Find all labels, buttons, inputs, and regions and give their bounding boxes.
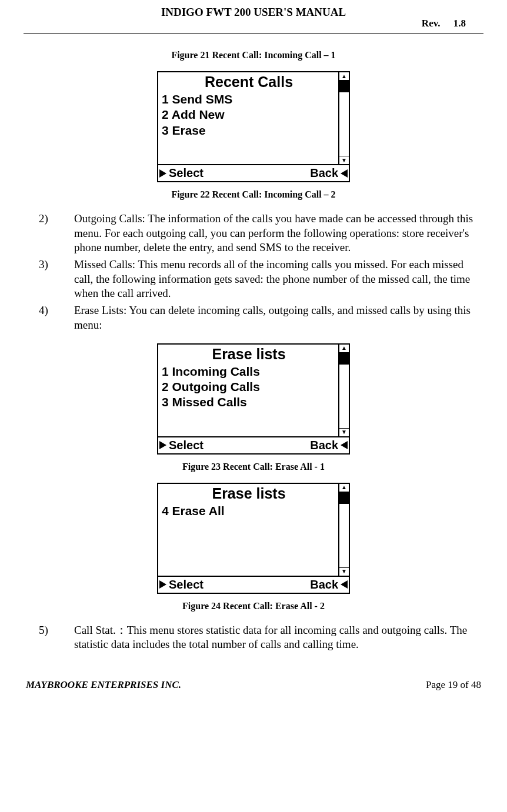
scroll-track[interactable] (339, 81, 349, 156)
scroll-thumb[interactable] (339, 492, 349, 504)
list-item: 5)Call Stat.：This menu stores statistic … (56, 623, 483, 652)
scroll-thumb[interactable] (339, 81, 349, 92)
menu-item[interactable]: 3 Missed Calls (162, 395, 336, 410)
scroll-up-icon[interactable]: ▲ (339, 345, 349, 353)
scroll-track[interactable] (339, 492, 349, 567)
footer-page: Page 19 of 48 (426, 679, 481, 691)
list-item: 3)Missed Calls: This menu records all of… (56, 258, 483, 301)
softkey-select[interactable]: Select (159, 439, 204, 452)
rev-label: Rev. (422, 18, 441, 29)
triangle-left-icon (341, 441, 348, 449)
page-footer: MAYBROOKE ENTERPRISES INC. Page 19 of 48 (24, 679, 483, 691)
triangle-left-icon (341, 169, 348, 178)
softkey-bar: Select Back (158, 164, 349, 181)
menu-item[interactable]: 1 Incoming Calls (162, 364, 336, 379)
body-list-a: 2)Outgoing Calls: The information of the… (24, 212, 483, 333)
list-num: 5) (56, 623, 74, 638)
triangle-left-icon (341, 580, 348, 589)
softkey-select[interactable]: Select (159, 166, 204, 180)
softkey-bar: Select Back (158, 576, 349, 593)
scroll-down-icon[interactable]: ▼ (339, 428, 349, 436)
softkey-select-label: Select (169, 578, 204, 592)
list-text: Missed Calls: This menu records all of t… (74, 258, 470, 299)
phone-screen-erase-lists-1: Erase lists 1 Incoming Calls 2 Outgoing … (157, 343, 350, 455)
softkey-bar: Select Back (158, 436, 349, 453)
scroll-up-icon[interactable]: ▲ (339, 484, 349, 492)
header-rule (24, 33, 483, 34)
softkey-back[interactable]: Back (310, 439, 348, 452)
list-num: 3) (56, 258, 74, 272)
phone-screen-recent-calls: Recent Calls 1 Send SMS 2 Add New 3 Eras… (157, 71, 350, 182)
scroll-track[interactable] (339, 353, 349, 428)
softkey-select-label: Select (169, 166, 204, 180)
phone-screen-erase-lists-2: Erase lists 4 Erase All ▲ ▼ Select Back (157, 483, 350, 594)
list-text: Call Stat.：This menu stores statistic da… (74, 624, 467, 651)
phone-main: Recent Calls 1 Send SMS 2 Add New 3 Eras… (158, 72, 349, 164)
revision-line: Rev. 1.8 (24, 18, 483, 29)
softkey-back[interactable]: Back (310, 578, 348, 592)
scroll-thumb[interactable] (339, 353, 349, 365)
screen-title: Recent Calls (162, 73, 336, 91)
list-num: 4) (56, 303, 74, 318)
scrollbar[interactable]: ▲ ▼ (338, 72, 349, 164)
list-text: Outgoing Calls: The information of the c… (74, 212, 473, 253)
phone-main: Erase lists 4 Erase All ▲ ▼ (158, 484, 349, 576)
scroll-down-icon[interactable]: ▼ (339, 567, 349, 576)
menu-item[interactable]: 2 Add New (162, 107, 336, 122)
figure-21-caption: Figure 21 Recent Call: Incoming Call – 1 (24, 50, 483, 61)
softkey-back-label: Back (310, 439, 338, 452)
scroll-up-icon[interactable]: ▲ (339, 72, 349, 81)
softkey-select[interactable]: Select (159, 578, 204, 592)
figure-22-caption: Figure 22 Recent Call: Incoming Call – 2 (24, 189, 483, 200)
list-num: 2) (56, 212, 74, 226)
triangle-right-icon (159, 441, 166, 449)
scrollbar[interactable]: ▲ ▼ (338, 484, 349, 576)
phone-content: Erase lists 4 Erase All (158, 484, 338, 576)
triangle-right-icon (159, 169, 166, 178)
phone-main: Erase lists 1 Incoming Calls 2 Outgoing … (158, 345, 349, 436)
phone-content: Erase lists 1 Incoming Calls 2 Outgoing … (158, 345, 338, 436)
menu-item[interactable]: 4 Erase All (162, 503, 336, 519)
rev-value: 1.8 (453, 18, 466, 29)
triangle-right-icon (159, 580, 166, 589)
softkey-back-label: Back (310, 166, 338, 180)
menu-item[interactable]: 3 Erase (162, 123, 336, 138)
softkey-back[interactable]: Back (310, 166, 348, 180)
scrollbar[interactable]: ▲ ▼ (338, 345, 349, 436)
body-list-b: 5)Call Stat.：This menu stores statistic … (24, 623, 483, 652)
softkey-select-label: Select (169, 439, 204, 452)
menu-item[interactable]: 2 Outgoing Calls (162, 379, 336, 395)
list-item: 4)Erase Lists: You can delete incoming c… (56, 303, 483, 332)
screen-title: Erase lists (162, 346, 336, 363)
list-text: Erase Lists: You can delete incoming cal… (74, 304, 471, 331)
figure-23-caption: Figure 23 Recent Call: Erase All - 1 (24, 462, 483, 472)
figure-24-caption: Figure 24 Recent Call: Erase All - 2 (24, 601, 483, 611)
scroll-down-icon[interactable]: ▼ (339, 156, 349, 164)
softkey-back-label: Back (310, 578, 338, 592)
list-item: 2)Outgoing Calls: The information of the… (56, 212, 483, 255)
footer-company: MAYBROOKE ENTERPRISES INC. (26, 679, 181, 691)
menu-item[interactable]: 1 Send SMS (162, 92, 336, 107)
screen-title: Erase lists (162, 485, 336, 502)
phone-content: Recent Calls 1 Send SMS 2 Add New 3 Eras… (158, 72, 338, 164)
